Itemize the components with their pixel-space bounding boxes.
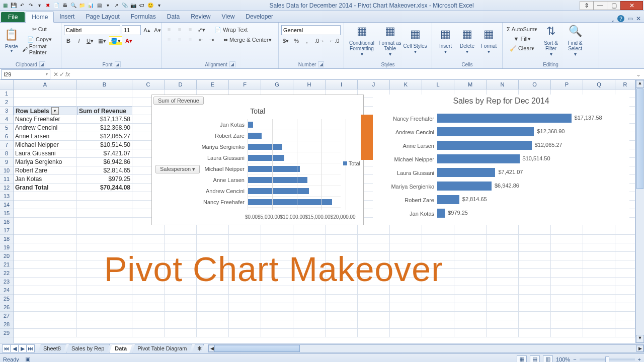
column-header[interactable]: R: [615, 80, 635, 89]
cell[interactable]: [519, 286, 551, 295]
cell[interactable]: [358, 312, 390, 320]
cell[interactable]: [487, 295, 519, 303]
cell[interactable]: [615, 295, 635, 303]
new-sheet-button[interactable]: ✻: [192, 344, 204, 353]
cell[interactable]: [454, 329, 487, 337]
window-restore-icon[interactable]: ▭: [627, 15, 633, 22]
ribbon-tab-view[interactable]: View: [216, 12, 240, 22]
last-sheet-button[interactable]: ⏭: [26, 344, 35, 352]
pivot-axis-field-pill[interactable]: Salesperson ▾: [155, 165, 200, 173]
cell[interactable]: [14, 89, 77, 98]
cell[interactable]: [326, 295, 358, 303]
align-top-button[interactable]: ≡: [165, 25, 174, 34]
cell[interactable]: [454, 226, 487, 235]
autosum-button[interactable]: Σ AutoSum ▾: [505, 25, 539, 34]
zoom-in-button[interactable]: +: [638, 356, 641, 363]
row-header[interactable]: 24: [0, 286, 13, 295]
cell[interactable]: [519, 295, 551, 303]
cell[interactable]: [454, 312, 487, 320]
file-tab[interactable]: File: [1, 12, 25, 22]
cell[interactable]: [454, 243, 487, 252]
cell[interactable]: [551, 320, 583, 329]
qat-icon[interactable]: 📄: [52, 2, 60, 10]
mdi-close-icon[interactable]: ✕: [636, 15, 641, 22]
cell[interactable]: [615, 286, 635, 295]
bold-button[interactable]: B: [64, 36, 73, 45]
cell[interactable]: [14, 226, 77, 235]
align-bottom-button[interactable]: ≡: [186, 25, 195, 34]
cell[interactable]: Grand Total: [14, 184, 77, 192]
dialog-launcher-icon[interactable]: ◢: [115, 61, 121, 67]
cell[interactable]: [615, 235, 635, 243]
cell[interactable]: [519, 312, 551, 320]
font-size-select[interactable]: [122, 25, 141, 35]
cell[interactable]: Robert Zare: [14, 166, 77, 175]
cell[interactable]: [551, 312, 583, 320]
row-header[interactable]: 10: [0, 166, 13, 175]
cell[interactable]: [165, 295, 197, 303]
row-header[interactable]: 18: [0, 235, 13, 243]
row-header[interactable]: 22: [0, 269, 13, 278]
cell[interactable]: [261, 329, 293, 337]
cell[interactable]: [229, 320, 261, 329]
cell[interactable]: [487, 286, 519, 295]
cut-button[interactable]: ✂ Cut: [21, 25, 58, 34]
ribbon-minimize-icon[interactable]: ˬ: [611, 15, 614, 22]
maximize-button[interactable]: ▢: [607, 1, 621, 10]
ribbon-tab-review[interactable]: Review: [185, 12, 216, 22]
cell[interactable]: [261, 226, 293, 235]
cancel-formula-icon[interactable]: ✕: [53, 71, 58, 78]
cell[interactable]: Jan Kotas: [14, 175, 77, 184]
cell[interactable]: [165, 303, 197, 312]
qat-icon[interactable]: ▤: [95, 2, 103, 10]
grow-font-button[interactable]: A▴: [142, 26, 151, 35]
indent-dec-button[interactable]: ⇤: [196, 35, 205, 44]
zoom-slider[interactable]: [580, 358, 635, 360]
cell[interactable]: [197, 226, 229, 235]
cell[interactable]: Nancy Freehafer: [14, 115, 77, 124]
cell[interactable]: [422, 226, 454, 235]
column-header[interactable]: F: [229, 80, 261, 89]
align-middle-button[interactable]: ≡: [175, 25, 184, 34]
row-header[interactable]: 5: [0, 124, 13, 132]
sheet-tab[interactable]: Pivot Table Diagram: [132, 344, 192, 353]
close-button[interactable]: ✕: [620, 1, 643, 10]
cell[interactable]: [487, 226, 519, 235]
cell[interactable]: [487, 278, 519, 286]
insert-cells-button[interactable]: ▦Insert▾: [435, 24, 456, 57]
cell[interactable]: [77, 201, 132, 209]
cell[interactable]: [261, 312, 293, 320]
cell[interactable]: [197, 303, 229, 312]
cell-styles-button[interactable]: ▦Cell Styles▾: [403, 24, 427, 57]
column-header[interactable]: A: [14, 80, 77, 89]
qat-icon[interactable]: 📁: [78, 2, 86, 10]
sheet-tab[interactable]: Sales by Rep: [66, 344, 110, 353]
qat-icon[interactable]: 📊: [87, 2, 95, 10]
cell[interactable]: [326, 320, 358, 329]
cell[interactable]: Anne Larsen: [14, 132, 77, 141]
cell[interactable]: [422, 320, 454, 329]
row-header[interactable]: 9: [0, 158, 13, 166]
cell[interactable]: [229, 295, 261, 303]
fill-color-button[interactable]: 🪣▾: [109, 36, 122, 45]
save-icon[interactable]: 💾: [10, 2, 18, 10]
cell[interactable]: [132, 295, 165, 303]
cell[interactable]: [551, 243, 583, 252]
cell[interactable]: [551, 278, 583, 286]
ribbon-tab-data[interactable]: Data: [162, 12, 185, 22]
conditional-formatting-button[interactable]: ▦Conditional Formatting▾: [347, 24, 377, 57]
find-select-button[interactable]: 🔍Find & Select▾: [563, 24, 587, 57]
cell[interactable]: [77, 312, 132, 320]
cell[interactable]: [14, 260, 77, 269]
column-header[interactable]: N: [487, 80, 519, 89]
cell[interactable]: [293, 295, 326, 303]
currency-button[interactable]: $▾: [281, 36, 290, 45]
cell[interactable]: [229, 303, 261, 312]
cell[interactable]: [615, 226, 635, 235]
cell[interactable]: [132, 312, 165, 320]
qat-icon[interactable]: ▾: [35, 2, 43, 10]
cell[interactable]: [14, 278, 77, 286]
cell[interactable]: [551, 286, 583, 295]
qat-icon[interactable]: ▾: [104, 2, 112, 10]
column-header[interactable]: M: [454, 80, 487, 89]
